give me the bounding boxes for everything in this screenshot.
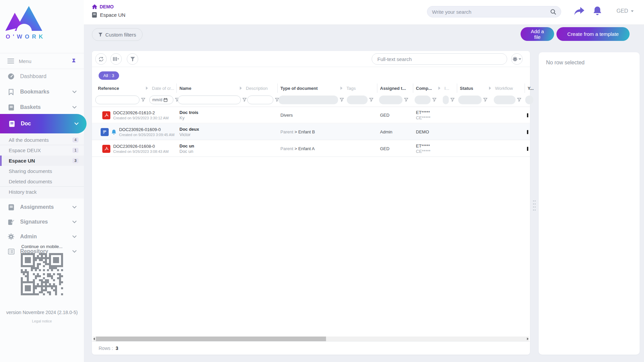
documents-panel: All : 3 Reference Date of cr... Name Des… bbox=[92, 51, 530, 355]
row-type: Parent > Enfant A bbox=[280, 146, 344, 151]
filter-assigned-input[interactable] bbox=[379, 96, 402, 104]
caret-down-icon bbox=[519, 58, 521, 60]
funnel-outline-icon[interactable] bbox=[369, 98, 373, 102]
funnel-outline-icon[interactable] bbox=[432, 98, 436, 102]
column-header-tags[interactable]: Tags bbox=[344, 83, 377, 93]
funnel-outline-icon[interactable] bbox=[450, 98, 454, 102]
sidebar-item-assignments[interactable]: Assignments bbox=[0, 200, 84, 215]
sidebar-menu-toggle[interactable]: Menu bbox=[0, 53, 84, 69]
funnel-outline-icon[interactable] bbox=[141, 98, 145, 102]
sort-arrow-icon bbox=[489, 86, 491, 90]
brand-name: O'WORK bbox=[6, 34, 46, 40]
user-menu[interactable]: GED bbox=[616, 8, 634, 14]
chevron-down-icon bbox=[72, 206, 76, 208]
scrollbar-thumb[interactable] bbox=[96, 337, 326, 341]
funnel-outline-icon[interactable] bbox=[340, 98, 344, 102]
legal-notice-link[interactable]: Legal notice bbox=[0, 319, 84, 323]
row-company-1: DEMO bbox=[416, 129, 442, 134]
fulltext-search-input[interactable] bbox=[377, 56, 501, 62]
funnel-icon bbox=[98, 33, 103, 37]
breadcrumb-root[interactable]: DEMO bbox=[92, 4, 114, 9]
panel-resize-handle[interactable] bbox=[533, 200, 536, 212]
table-header-row: Reference Date of cr... Name Description… bbox=[92, 83, 530, 93]
column-header-company[interactable]: Comp... bbox=[413, 83, 442, 93]
column-header-description[interactable]: Description bbox=[243, 83, 278, 93]
sidebar-item-baskets[interactable]: Baskets bbox=[0, 100, 84, 115]
column-header-y[interactable]: Y... bbox=[525, 83, 538, 93]
filter-type-input[interactable] bbox=[278, 96, 338, 104]
notifications-bell-icon[interactable] bbox=[593, 6, 602, 15]
sidebar-item-admin[interactable]: Admin bbox=[0, 229, 84, 244]
table-row[interactable]: DOC230926-01610-2 Created on 9/26/2023 3… bbox=[92, 107, 530, 123]
sidebar-item-espace-deux[interactable]: Espace DEUX 1 bbox=[0, 145, 84, 156]
filter-status-input[interactable] bbox=[458, 96, 482, 104]
bookmark-icon bbox=[7, 89, 15, 95]
table-row[interactable]: DOC230926-01608-0 Created on 9/26/2023 3… bbox=[92, 140, 530, 157]
create-from-template-button[interactable]: Create from a template bbox=[556, 27, 630, 41]
share-icon[interactable] bbox=[574, 7, 584, 15]
filter-description-input[interactable] bbox=[247, 96, 273, 104]
filter-tags bbox=[347, 96, 373, 104]
sidebar-item-espace-un[interactable]: Espace UN 3 bbox=[0, 156, 84, 166]
sidebar-label: Admin bbox=[20, 234, 37, 240]
sidebar-item-all-documents[interactable]: All the documents 4 bbox=[0, 135, 84, 145]
filter-company-input[interactable] bbox=[415, 96, 431, 104]
tab-all-count[interactable]: All : 3 bbox=[99, 71, 119, 80]
scroll-left-arrow[interactable] bbox=[93, 338, 95, 340]
details-panel: No row selected bbox=[539, 52, 640, 355]
sidebar-item-bookmarks[interactable]: Bookmarks bbox=[0, 84, 84, 99]
breadcrumb-page-label: Espace UN bbox=[100, 12, 125, 18]
filter-tags-input[interactable] bbox=[347, 96, 368, 104]
search-icon[interactable] bbox=[550, 9, 556, 15]
column-header-reference[interactable]: Reference bbox=[95, 83, 149, 93]
row-company-2: CE***** bbox=[416, 115, 442, 120]
sort-arrow-icon bbox=[340, 86, 342, 90]
table-settings-button[interactable] bbox=[511, 53, 523, 65]
filter-i-input[interactable] bbox=[443, 96, 449, 104]
sidebar-item-dashboard[interactable]: Dashboard bbox=[0, 69, 84, 84]
sidebar-item-doc-active[interactable]: Doc bbox=[0, 114, 87, 133]
funnel-outline-icon[interactable] bbox=[404, 98, 408, 102]
column-header-type-of-document[interactable]: Type of document bbox=[278, 83, 344, 93]
global-search-input[interactable] bbox=[432, 9, 550, 15]
custom-filters-button[interactable]: Custom filters bbox=[92, 28, 143, 41]
clipped-cell-content bbox=[527, 147, 528, 151]
horizontal-scrollbar[interactable] bbox=[93, 337, 529, 341]
sidebar-item-sharing-documents[interactable]: Sharing documents bbox=[0, 166, 84, 176]
table-row[interactable]: w DOC230926-01609-0 Created on 9/26/2023… bbox=[92, 124, 530, 140]
filter-name-input[interactable] bbox=[178, 96, 241, 104]
no-row-selected-text: No row selected bbox=[546, 60, 632, 66]
calendar-icon bbox=[164, 98, 167, 102]
scroll-right-arrow[interactable] bbox=[527, 338, 529, 340]
filter-button[interactable] bbox=[127, 53, 138, 65]
column-header-status[interactable]: Status bbox=[457, 83, 492, 93]
columns-button[interactable] bbox=[110, 53, 122, 65]
filter-y-input[interactable] bbox=[525, 96, 533, 104]
sidebar-item-history-track[interactable]: History track bbox=[0, 187, 84, 197]
add-file-button[interactable]: Add a file bbox=[521, 27, 554, 41]
row-created: Created on 9/26/2023 3:30:12 AM bbox=[113, 116, 168, 120]
column-header-assigned-to[interactable]: Assigned t... bbox=[377, 83, 413, 93]
filter-workflow-input[interactable] bbox=[494, 96, 516, 104]
refresh-button[interactable] bbox=[95, 53, 107, 65]
column-header-workflow[interactable]: Workflow bbox=[492, 83, 525, 93]
filter-reference bbox=[95, 96, 145, 104]
breadcrumb-page: Espace UN bbox=[92, 12, 125, 18]
column-header-name[interactable]: Name bbox=[177, 83, 243, 93]
funnel-outline-icon[interactable] bbox=[243, 98, 247, 102]
filter-company bbox=[415, 96, 436, 104]
sidebar-item-deleted-documents[interactable]: Deleted documents bbox=[0, 176, 84, 187]
row-name: Doc trois bbox=[179, 110, 243, 115]
filter-reference-input[interactable] bbox=[95, 96, 140, 104]
pushpin-icon[interactable] bbox=[71, 58, 76, 64]
row-reference: DOC230926-01608-0 bbox=[113, 144, 168, 149]
funnel-outline-icon[interactable] bbox=[517, 98, 521, 102]
sidebar-label: Baskets bbox=[20, 104, 41, 110]
funnel-outline-icon[interactable] bbox=[483, 98, 487, 102]
column-header-i[interactable]: I... bbox=[442, 83, 457, 93]
book-icon bbox=[7, 104, 15, 111]
column-header-date-of-creation[interactable]: Date of cr... bbox=[149, 83, 177, 93]
row-name: Doc un bbox=[179, 143, 243, 148]
sidebar-item-signatures[interactable]: Signatures bbox=[0, 215, 84, 229]
filter-date-input[interactable]: mm/d bbox=[149, 96, 173, 104]
